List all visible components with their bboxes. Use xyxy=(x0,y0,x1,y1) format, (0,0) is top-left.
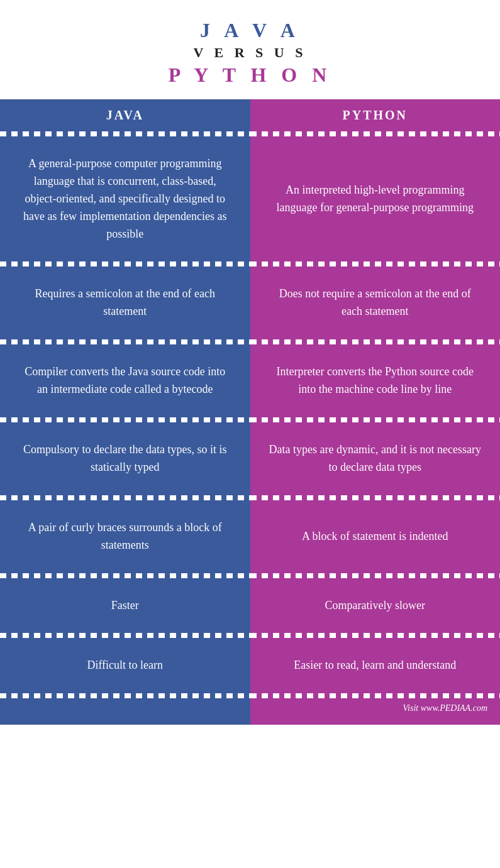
divider-row-final xyxy=(0,693,500,698)
divider-java-6 xyxy=(0,633,250,638)
python-cell-3: Data types are dynamic, and it is not ne… xyxy=(250,422,501,495)
java-cell-5: Faster xyxy=(0,578,250,634)
divider-java-5 xyxy=(0,573,250,578)
header: J A V A V E R S U S P Y T H O N xyxy=(0,0,500,99)
python-cell-4: A block of statement is indented xyxy=(250,500,501,573)
divider-python-2 xyxy=(250,339,501,344)
footer-row: Visit www.PEDIAA.com xyxy=(0,698,500,725)
divider-python-3 xyxy=(250,417,501,422)
divider-java-0 xyxy=(0,131,250,136)
java-cell-2: Compiler converts the Java source code i… xyxy=(0,344,250,417)
java-cell-1: Requires a semicolon at the end of each … xyxy=(0,266,250,339)
divider-row-1 xyxy=(0,261,500,266)
content-row-5: FasterComparatively slower xyxy=(0,578,500,634)
python-cell-0: An interpreted high-level programming la… xyxy=(250,136,501,261)
java-cell-0: A general-purpose computer programming l… xyxy=(0,136,250,261)
python-cell-6: Easier to read, learn and understand xyxy=(250,638,501,693)
divider-row-5 xyxy=(0,573,500,578)
divider-python-0 xyxy=(250,131,501,136)
divider-java-1 xyxy=(0,261,250,266)
column-headers: JAVA PYTHON xyxy=(0,99,500,131)
divider-python-6 xyxy=(250,633,501,638)
divider-python-1 xyxy=(250,261,501,266)
divider-python-final xyxy=(250,693,501,698)
java-cell-6: Difficult to learn xyxy=(0,638,250,693)
divider-row-6 xyxy=(0,633,500,638)
divider-python-5 xyxy=(250,573,501,578)
content-row-6: Difficult to learnEasier to read, learn … xyxy=(0,638,500,693)
divider-row-0 xyxy=(0,131,500,136)
content-row-4: A pair of curly braces surrounds a block… xyxy=(0,500,500,573)
comparison-table: JAVA PYTHON A general-purpose computer p… xyxy=(0,99,500,725)
divider-row-4 xyxy=(0,495,500,500)
divider-java-2 xyxy=(0,339,250,344)
java-column-header: JAVA xyxy=(0,99,250,131)
title-java: J A V A xyxy=(13,19,487,42)
divider-row-3 xyxy=(0,417,500,422)
divider-python-4 xyxy=(250,495,501,500)
title-python: P Y T H O N xyxy=(13,63,487,87)
java-cell-4: A pair of curly braces surrounds a block… xyxy=(0,500,250,573)
title-versus: V E R S U S xyxy=(13,45,487,61)
footer-note: Visit www.PEDIAA.com xyxy=(250,698,501,725)
content-row-0: A general-purpose computer programming l… xyxy=(0,136,500,261)
java-cell-3: Compulsory to declare the data types, so… xyxy=(0,422,250,495)
content-row-2: Compiler converts the Java source code i… xyxy=(0,344,500,417)
content-row-3: Compulsory to declare the data types, so… xyxy=(0,422,500,495)
python-column-header: PYTHON xyxy=(250,99,501,131)
footer-empty-cell xyxy=(0,698,250,725)
content-row-1: Requires a semicolon at the end of each … xyxy=(0,266,500,339)
python-cell-2: Interpreter converts the Python source c… xyxy=(250,344,501,417)
divider-java-4 xyxy=(0,495,250,500)
python-cell-1: Does not require a semicolon at the end … xyxy=(250,266,501,339)
divider-java-final xyxy=(0,693,250,698)
python-cell-5: Comparatively slower xyxy=(250,578,501,634)
divider-row-2 xyxy=(0,339,500,344)
divider-java-3 xyxy=(0,417,250,422)
